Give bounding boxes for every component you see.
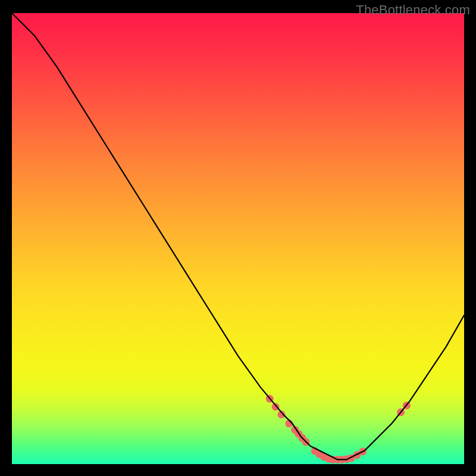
watermark-text: TheBottleneck.com: [356, 2, 470, 18]
curve-line: [12, 13, 464, 459]
chart-svg: [12, 13, 464, 464]
data-markers: [266, 395, 411, 464]
plot-area: [12, 13, 464, 464]
chart-frame: TheBottleneck.com: [0, 0, 476, 476]
